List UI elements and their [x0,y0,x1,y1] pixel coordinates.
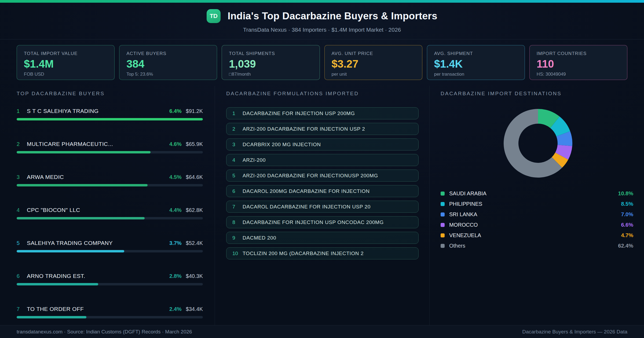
stat-sub: HS: 30049049 [537,72,620,77]
column-divider-left [215,86,215,325]
buyer-percent: 6.4% [169,108,182,114]
buyer-bar-fill [17,184,148,186]
buyer-value: $91.2K [186,108,203,114]
buyer-percent: 2.4% [169,306,182,312]
buyer-row: 6 ARNO TRADING EST. 2.8% $40.3K [17,273,203,285]
legend-swatch [441,212,445,216]
legend-value: 4.7% [621,232,633,238]
buyer-name: SALEHIYA TRADING COMPANY [27,240,113,246]
buyer-row-header: 3 ARWA MEDIC 4.5% $64.6K [17,174,203,180]
formulation-item: 1 DACARBAZINE FOR INJECTION USP 200MG [226,107,419,119]
page-subtitle: TransData Nexus · 384 Importers · $1.4M … [243,27,401,33]
header-title-row: TD India's Top Dacarbazine Buyers & Impo… [207,9,437,23]
stat-value: $1.4K [434,58,518,69]
buyers-section: TOP DACARBAZINE BUYERS 1 S T C SALEHIYA … [17,91,203,338]
formulation-rank: 8 [232,219,243,225]
stat-card: AVG. UNIT PRICE $3.27 per unit [324,45,422,80]
legend-value: 10.8% [618,190,633,197]
buyer-row-header: 7 TO THE ORDER OFF 2.4% $34.4K [17,306,203,312]
formulations-list: 1 DACARBAZINE FOR INJECTION USP 200MG 2 … [226,107,419,259]
footer: transdatanexus.com · Source: Indian Cust… [0,325,644,338]
brand-logo-badge: TD [207,9,221,23]
formulation-rank: 7 [232,204,243,210]
formulation-item: 4 ARZI-200 [226,154,419,166]
buyer-bar-fill [17,217,145,219]
legend-value: 8.5% [621,201,633,207]
legend-swatch [441,192,445,196]
formulation-rank: 9 [232,235,243,241]
buyer-percent: 4.5% [169,174,182,180]
dashboard-root: TD India's Top Dacarbazine Buyers & Impo… [0,0,644,338]
buyer-value: $64.6K [186,174,203,180]
formulation-name: DACMED 200 [243,235,276,241]
buyer-row: 7 TO THE ORDER OFF 2.4% $34.4K [17,306,203,318]
formulation-rank: 3 [232,142,243,148]
formulation-rank: 5 [232,173,243,179]
buyer-bar-track [17,283,203,285]
stat-value: $1.4M [24,58,107,69]
stat-sub: Top 5: 23.6% [126,72,210,77]
buyer-rank: 7 [17,306,27,312]
destinations-legend: SAUDI ARABIA 10.8% PHILIPPINES 8.5% SRI … [441,188,633,251]
formulation-name: DCARBRIX 200 MG INJECTION [243,142,321,148]
stat-value: 110 [537,58,620,69]
formulation-item: 5 ARZI-200 DACARBAZINE FOR INJECTIONUSP … [226,170,419,182]
legend-value: 7.0% [621,211,633,218]
buyer-value: $62.8K [186,207,203,213]
buyer-value: $65.9K [186,141,203,147]
formulation-name: DACARBAZINE FOR INJECTION USP ONCODAC 20… [243,219,384,225]
footer-source-text: transdatanexus.com · Source: Indian Cust… [17,329,192,335]
legend-label: Others [449,243,465,249]
buyer-name: ARNO TRADING EST. [27,273,85,279]
buyer-bar-fill [17,250,124,252]
buyer-value: $52.4K [186,240,203,246]
header-divider [0,39,644,39]
destinations-section: DACARBAZINE IMPORT DESTINATIONS SAUDI AR… [441,91,633,251]
stat-label: AVG. SHIPMENT [434,51,518,56]
buyer-value: $34.4K [186,306,203,312]
buyer-row-header: 2 MULTICARE PHARMACEUTIC... 4.6% $65.9K [17,141,203,147]
stat-sub: per transaction [434,72,518,77]
formulation-name: TOCLIZIN 200 MG (DACARBAZINE INJECTION 2 [243,251,364,256]
formulations-section: DACARBAZINE FORMULATIONS IMPORTED 1 DACA… [226,91,419,259]
legend-row: Others 62.4% [441,241,633,251]
buyer-row: 2 MULTICARE PHARMACEUTIC... 4.6% $65.9K [17,141,203,153]
buyer-bar-track [17,118,203,120]
legend-swatch [441,223,445,227]
legend-label: PHILIPPINES [449,201,482,207]
formulation-rank: 4 [232,157,243,163]
legend-value: 6.6% [621,222,633,228]
donut-chart-wrap [441,102,633,185]
formulation-item: 3 DCARBRIX 200 MG INJECTION [226,138,419,150]
stat-card: TOTAL SHIPMENTS 1,039 □87/month [222,45,320,80]
column-divider-right [429,86,430,325]
buyer-name: ARWA MEDIC [27,174,64,180]
stat-label: AVG. UNIT PRICE [332,51,415,56]
buyer-row-header: 4 CPC "BIOCON" LLC 4.4% $62.8K [17,207,203,213]
legend-row: MOROCCO 6.6% [441,220,633,230]
formulation-item: 2 ARZI-200 DACARBAZINE FOR INJECTION USP… [226,123,419,135]
formulation-item: 8 DACARBAZINE FOR INJECTION USP ONCODAC … [226,216,419,228]
stat-sub: □87/month [229,72,312,77]
stat-sub: per unit [332,72,415,77]
buyer-rank: 4 [17,207,27,213]
legend-row: VENEZUELA 4.7% [441,230,633,241]
legend-row: SAUDI ARABIA 10.8% [441,188,633,199]
buyer-row: 5 SALEHIYA TRADING COMPANY 3.7% $52.4K [17,240,203,252]
buyer-percent: 4.6% [169,141,182,147]
stats-row: TOTAL IMPORT VALUE $1.4M FOB USD ACTIVE … [17,45,627,80]
legend-label: MOROCCO [449,222,478,228]
formulation-rank: 1 [232,111,243,116]
buyer-percent: 3.7% [169,240,182,246]
formulation-name: DACAROL DACARBAZINE FOR INJECTION USP 20 [243,204,371,210]
formulation-name: ARZI-200 DACARBAZINE FOR INJECTIONUSP 20… [243,173,378,179]
stat-value: 384 [126,58,210,69]
buyer-bar-track [17,217,203,219]
buyer-name: MULTICARE PHARMACEUTIC... [27,141,113,147]
buyer-row-header: 5 SALEHIYA TRADING COMPANY 3.7% $52.4K [17,240,203,246]
stat-label: ACTIVE BUYERS [126,51,210,56]
formulation-rank: 10 [232,251,243,256]
stat-label: TOTAL SHIPMENTS [229,51,312,56]
legend-swatch [441,202,445,206]
buyer-bar-track [17,250,203,252]
